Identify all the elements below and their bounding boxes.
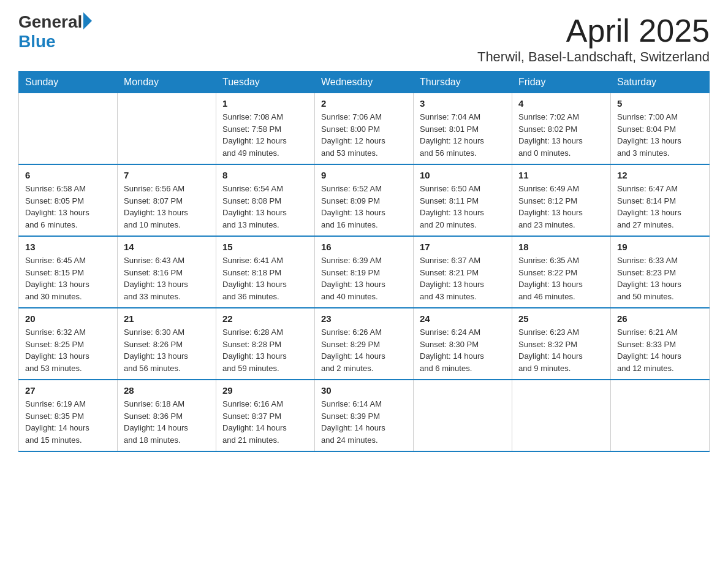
day-info: Sunrise: 6:41 AM Sunset: 8:18 PM Dayligh…: [222, 255, 308, 302]
day-number: 12: [617, 170, 703, 180]
calendar-cell: 13Sunrise: 6:45 AM Sunset: 8:15 PM Dayli…: [19, 236, 118, 308]
calendar-cell: 3Sunrise: 7:04 AM Sunset: 8:01 PM Daylig…: [414, 93, 512, 165]
day-info: Sunrise: 6:52 AM Sunset: 8:09 PM Dayligh…: [321, 183, 407, 231]
calendar-cell: 9Sunrise: 6:52 AM Sunset: 8:09 PM Daylig…: [315, 164, 414, 236]
calendar-cell: 8Sunrise: 6:54 AM Sunset: 8:08 PM Daylig…: [216, 164, 315, 236]
day-info: Sunrise: 7:06 AM Sunset: 8:00 PM Dayligh…: [321, 111, 407, 159]
calendar-cell: 14Sunrise: 6:43 AM Sunset: 8:16 PM Dayli…: [118, 236, 216, 308]
day-info: Sunrise: 6:23 AM Sunset: 8:32 PM Dayligh…: [518, 326, 604, 374]
day-number: 5: [617, 98, 703, 109]
calendar-cell: 18Sunrise: 6:35 AM Sunset: 8:22 PM Dayli…: [512, 236, 611, 308]
day-number: 22: [222, 313, 308, 324]
day-info: Sunrise: 6:28 AM Sunset: 8:28 PM Dayligh…: [222, 326, 308, 374]
calendar-row: 20Sunrise: 6:32 AM Sunset: 8:25 PM Dayli…: [19, 308, 710, 380]
calendar-row: 13Sunrise: 6:45 AM Sunset: 8:15 PM Dayli…: [19, 236, 710, 308]
calendar-row: 6Sunrise: 6:58 AM Sunset: 8:05 PM Daylig…: [19, 164, 710, 236]
calendar-table: Sunday Monday Tuesday Wednesday Thursday…: [18, 71, 710, 452]
day-number: 15: [222, 242, 308, 252]
day-number: 27: [25, 385, 111, 396]
day-info: Sunrise: 6:49 AM Sunset: 8:12 PM Dayligh…: [518, 183, 604, 231]
month-title: April 2025: [477, 12, 710, 49]
calendar-cell: [19, 93, 118, 165]
day-info: Sunrise: 6:32 AM Sunset: 8:25 PM Dayligh…: [25, 326, 111, 374]
day-number: 26: [617, 313, 703, 324]
calendar-body: 1Sunrise: 7:08 AM Sunset: 7:58 PM Daylig…: [19, 93, 710, 452]
calendar-cell: 10Sunrise: 6:50 AM Sunset: 8:11 PM Dayli…: [414, 164, 512, 236]
day-number: 17: [420, 242, 506, 252]
day-number: 7: [124, 170, 210, 180]
header-thursday: Thursday: [414, 72, 512, 93]
day-number: 1: [222, 98, 308, 109]
calendar-cell: 29Sunrise: 6:16 AM Sunset: 8:37 PM Dayli…: [216, 380, 315, 451]
calendar-cell: 21Sunrise: 6:30 AM Sunset: 8:26 PM Dayli…: [118, 308, 216, 380]
calendar-row: 1Sunrise: 7:08 AM Sunset: 7:58 PM Daylig…: [19, 93, 710, 165]
day-info: Sunrise: 6:30 AM Sunset: 8:26 PM Dayligh…: [124, 326, 210, 374]
day-info: Sunrise: 6:33 AM Sunset: 8:23 PM Dayligh…: [617, 255, 703, 302]
day-number: 23: [321, 313, 407, 324]
header-tuesday: Tuesday: [216, 72, 315, 93]
day-info: Sunrise: 7:08 AM Sunset: 7:58 PM Dayligh…: [222, 111, 308, 159]
calendar-cell: 12Sunrise: 6:47 AM Sunset: 8:14 PM Dayli…: [611, 164, 710, 236]
day-number: 11: [518, 170, 604, 180]
page-header: General Blue April 2025 Therwil, Basel-L…: [18, 12, 710, 65]
day-info: Sunrise: 6:21 AM Sunset: 8:33 PM Dayligh…: [617, 326, 703, 374]
day-info: Sunrise: 6:54 AM Sunset: 8:08 PM Dayligh…: [222, 183, 308, 231]
day-number: 3: [420, 98, 506, 109]
calendar-cell: 1Sunrise: 7:08 AM Sunset: 7:58 PM Daylig…: [216, 93, 315, 165]
calendar-cell: [118, 93, 216, 165]
day-info: Sunrise: 6:18 AM Sunset: 8:36 PM Dayligh…: [124, 398, 210, 446]
day-number: 28: [124, 385, 210, 396]
header-row: Sunday Monday Tuesday Wednesday Thursday…: [19, 72, 710, 93]
calendar-cell: 26Sunrise: 6:21 AM Sunset: 8:33 PM Dayli…: [611, 308, 710, 380]
day-number: 6: [25, 170, 111, 180]
calendar-cell: 27Sunrise: 6:19 AM Sunset: 8:35 PM Dayli…: [19, 380, 118, 451]
calendar-cell: 4Sunrise: 7:02 AM Sunset: 8:02 PM Daylig…: [512, 93, 611, 165]
day-number: 20: [25, 313, 111, 324]
calendar-cell: 22Sunrise: 6:28 AM Sunset: 8:28 PM Dayli…: [216, 308, 315, 380]
calendar-cell: 17Sunrise: 6:37 AM Sunset: 8:21 PM Dayli…: [414, 236, 512, 308]
day-info: Sunrise: 7:02 AM Sunset: 8:02 PM Dayligh…: [518, 111, 604, 159]
calendar-cell: [512, 380, 611, 451]
day-info: Sunrise: 6:58 AM Sunset: 8:05 PM Dayligh…: [25, 183, 111, 231]
day-info: Sunrise: 7:00 AM Sunset: 8:04 PM Dayligh…: [617, 111, 703, 159]
header-monday: Monday: [118, 72, 216, 93]
calendar-cell: 30Sunrise: 6:14 AM Sunset: 8:39 PM Dayli…: [315, 380, 414, 451]
day-info: Sunrise: 6:56 AM Sunset: 8:07 PM Dayligh…: [124, 183, 210, 231]
day-number: 8: [222, 170, 308, 180]
day-number: 10: [420, 170, 506, 180]
day-info: Sunrise: 7:04 AM Sunset: 8:01 PM Dayligh…: [420, 111, 506, 159]
day-info: Sunrise: 6:35 AM Sunset: 8:22 PM Dayligh…: [518, 255, 604, 302]
calendar-cell: 25Sunrise: 6:23 AM Sunset: 8:32 PM Dayli…: [512, 308, 611, 380]
day-number: 29: [222, 385, 308, 396]
day-info: Sunrise: 6:24 AM Sunset: 8:30 PM Dayligh…: [420, 326, 506, 374]
day-info: Sunrise: 6:14 AM Sunset: 8:39 PM Dayligh…: [321, 398, 407, 446]
calendar-header: Sunday Monday Tuesday Wednesday Thursday…: [19, 72, 710, 93]
day-number: 25: [518, 313, 604, 324]
day-info: Sunrise: 6:19 AM Sunset: 8:35 PM Dayligh…: [25, 398, 111, 446]
day-info: Sunrise: 6:39 AM Sunset: 8:19 PM Dayligh…: [321, 255, 407, 302]
calendar-cell: 11Sunrise: 6:49 AM Sunset: 8:12 PM Dayli…: [512, 164, 611, 236]
day-info: Sunrise: 6:47 AM Sunset: 8:14 PM Dayligh…: [617, 183, 703, 231]
day-number: 13: [25, 242, 111, 252]
logo-general: General: [18, 12, 82, 32]
header-sunday: Sunday: [19, 72, 118, 93]
day-number: 30: [321, 385, 407, 396]
calendar-cell: 6Sunrise: 6:58 AM Sunset: 8:05 PM Daylig…: [19, 164, 118, 236]
calendar-row: 27Sunrise: 6:19 AM Sunset: 8:35 PM Dayli…: [19, 380, 710, 451]
day-info: Sunrise: 6:43 AM Sunset: 8:16 PM Dayligh…: [124, 255, 210, 302]
header-saturday: Saturday: [611, 72, 710, 93]
calendar-cell: 5Sunrise: 7:00 AM Sunset: 8:04 PM Daylig…: [611, 93, 710, 165]
day-number: 21: [124, 313, 210, 324]
day-info: Sunrise: 6:26 AM Sunset: 8:29 PM Dayligh…: [321, 326, 407, 374]
day-number: 9: [321, 170, 407, 180]
calendar-cell: 2Sunrise: 7:06 AM Sunset: 8:00 PM Daylig…: [315, 93, 414, 165]
calendar-cell: 28Sunrise: 6:18 AM Sunset: 8:36 PM Dayli…: [118, 380, 216, 451]
calendar-cell: 15Sunrise: 6:41 AM Sunset: 8:18 PM Dayli…: [216, 236, 315, 308]
day-number: 24: [420, 313, 506, 324]
title-area: April 2025 Therwil, Basel-Landschaft, Sw…: [477, 12, 710, 65]
calendar-cell: 23Sunrise: 6:26 AM Sunset: 8:29 PM Dayli…: [315, 308, 414, 380]
day-number: 19: [617, 242, 703, 252]
day-number: 4: [518, 98, 604, 109]
header-friday: Friday: [512, 72, 611, 93]
logo-triangle-icon: [83, 12, 92, 29]
